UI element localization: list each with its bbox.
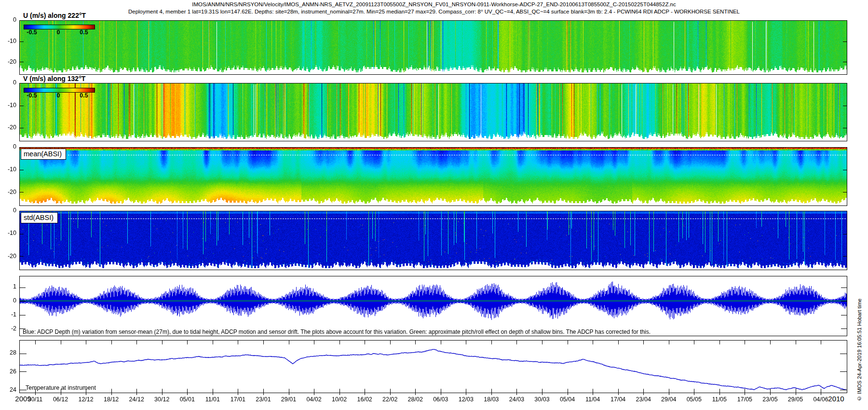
x-date-label: 06/12	[48, 396, 73, 403]
y-tick-label-mean_absi: -20	[0, 189, 16, 195]
panel-temperature: Temperature at instrument	[19, 340, 847, 393]
x-date-label: 06/03	[428, 396, 453, 403]
x-tick-stub	[669, 393, 669, 395]
panel-u-heatmap: -0.5 0 0.5	[19, 20, 847, 75]
x-date-label: 04/02	[301, 396, 326, 403]
y-tick-label-v: -20	[0, 124, 16, 131]
panel-std-absi-heatmap: std(ABSI)	[19, 211, 847, 270]
temperature-label: Temperature at instrument	[26, 384, 96, 391]
x-tick-stub	[719, 393, 720, 395]
x-tick-stub	[136, 393, 137, 395]
x-date-label: 05/05	[681, 396, 706, 403]
x-date-label: 30/11	[23, 396, 48, 403]
x-tick-stub	[516, 393, 517, 395]
u-colorbar-tick-zero: 0	[50, 29, 67, 36]
panel-v-heatmap: -0.5 0 0.5	[19, 83, 847, 141]
v-heatmap-canvas	[20, 83, 847, 141]
y-tick-label-depth: -2	[0, 325, 16, 332]
x-tick-stub	[745, 393, 745, 395]
x-date-label: 24/03	[504, 396, 529, 403]
y-tick-label-v: 0	[0, 79, 16, 86]
x-tick-stub	[415, 393, 416, 395]
y-tick-label-depth: 1	[0, 283, 16, 290]
x-tick-stub	[314, 393, 314, 395]
x-date-label: 12/12	[73, 396, 98, 403]
x-date-label: 23/04	[631, 396, 656, 403]
x-date-label: 29/05	[783, 396, 808, 403]
figure-title-line2: Deployment 4, member 1 lat=19.31S lon=14…	[0, 9, 868, 14]
panel-mean-absi-heatmap: mean(ABSI)	[19, 147, 847, 206]
y-tick-label-u: 0	[0, 16, 16, 23]
x-date-label: 17/04	[606, 396, 631, 403]
mean-absi-heatmap-canvas	[20, 148, 847, 205]
x-tick-stub	[643, 393, 644, 395]
x-tick-stub	[289, 393, 289, 395]
std-absi-heatmap-canvas	[20, 211, 847, 270]
x-tick-stub	[796, 393, 796, 395]
x-tick-stub	[365, 393, 365, 395]
x-date-label: 16/02	[352, 396, 377, 403]
figure-title-line1: IMOS/ANMN/NRS/NRSYON/Velocity/IMOS_ANMN-…	[0, 1, 868, 7]
x-tick-stub	[339, 393, 340, 395]
y-tick-label-mean_absi: 0	[0, 143, 16, 150]
v-colorbar-tick-zero: 0	[50, 92, 67, 99]
x-date-label: 17/01	[225, 396, 250, 403]
std-absi-label: std(ABSI)	[21, 212, 58, 223]
y-tick-label-std_absi: -10	[0, 230, 16, 236]
y-tick-label-u: -10	[0, 38, 16, 44]
x-date-label: 30/12	[149, 396, 175, 403]
x-date-label: 12/03	[453, 396, 478, 403]
y-tick-label-v: -10	[0, 102, 16, 109]
x-date-label: 18/12	[99, 396, 124, 403]
panel-v-title: V (m/s) along 132°T	[23, 75, 85, 82]
x-date-label: 24/12	[124, 396, 149, 403]
x-date-label: 11/04	[580, 396, 605, 403]
x-tick-stub	[35, 393, 36, 395]
x-tick-stub	[86, 393, 86, 395]
x-tick-stub	[568, 393, 568, 395]
y-tick-label-u: -20	[0, 58, 16, 65]
v-colorbar-tick-neg: -0.5	[24, 92, 40, 99]
u-colorbar-tick-neg: -0.5	[24, 29, 40, 36]
x-date-label: 11/01	[200, 396, 225, 403]
u-colorbar-tick-pos: 0.5	[76, 29, 92, 36]
x-tick-stub	[111, 393, 112, 395]
y-tick-label-std_absi: -20	[0, 253, 16, 260]
figure-root: IMOS/ANMN/NRS/NRSYON/Velocity/IMOS_ANMN-…	[0, 0, 868, 410]
x-tick-stub	[618, 393, 619, 395]
x-date-label: 05/04	[555, 396, 580, 403]
x-date-label: 17/05	[732, 396, 757, 403]
x-tick-stub	[390, 393, 391, 395]
x-date-label: 11/05	[707, 396, 732, 403]
v-colorbar-tick-pos: 0.5	[76, 92, 92, 99]
y-tick-label-std_absi: 0	[0, 207, 16, 214]
x-tick-stub	[491, 393, 492, 395]
temperature-canvas	[20, 341, 847, 393]
x-date-label: 29/04	[656, 396, 681, 403]
x-tick-stub	[187, 393, 188, 395]
x-date-label: 28/02	[403, 396, 428, 403]
x-tick-stub	[238, 393, 238, 395]
x-tick-stub	[213, 393, 213, 395]
y-tick-label-depth: 0	[0, 297, 16, 304]
x-date-label: 04/06	[808, 396, 833, 403]
x-tick-stub	[593, 393, 593, 395]
x-date-label: 30/03	[529, 396, 555, 403]
y-tick-label-temperature: 26	[0, 368, 16, 375]
y-tick-label-temperature: 28	[0, 349, 16, 356]
imos-watermark: © IMOS 24-Apr-2019 16:05:51 Hobart time	[856, 218, 865, 401]
depth-caption: Blue: ADCP Depth (m) variation from sens…	[23, 328, 651, 335]
x-date-label: 22/02	[378, 396, 403, 403]
mean-absi-label: mean(ABSI)	[21, 149, 66, 160]
x-tick-stub	[263, 393, 264, 395]
x-date-label: 05/01	[175, 396, 200, 403]
x-tick-stub	[61, 393, 61, 395]
x-tick-stub	[821, 393, 821, 395]
y-tick-label-temperature: 24	[0, 386, 16, 393]
y-tick-label-mean_absi: -10	[0, 166, 16, 173]
x-tick-stub	[770, 393, 771, 395]
y-tick-label-depth: -1	[0, 311, 16, 318]
x-tick-stub	[694, 393, 694, 395]
depth-variation-canvas	[20, 276, 847, 336]
x-date-label: 23/01	[251, 396, 276, 403]
